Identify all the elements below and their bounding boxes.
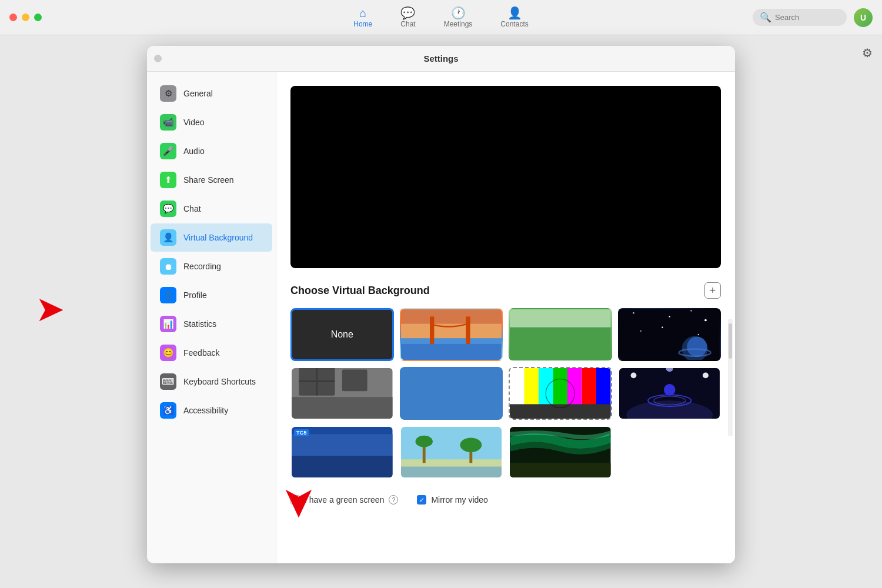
- scrollbar-thumb[interactable]: [729, 323, 732, 359]
- sidebar-item-general[interactable]: ⚙ General: [151, 79, 272, 108]
- svg-rect-4: [466, 316, 470, 345]
- sidebar-label-share-screen: Share Screen: [183, 175, 234, 185]
- gear-icon[interactable]: ⚙: [862, 46, 873, 60]
- sidebar-label-accessibility: Accessibility: [183, 406, 228, 415]
- bg-blue-solid[interactable]: [400, 367, 503, 420]
- sidebar-item-video[interactable]: 📹 Video: [151, 108, 272, 136]
- search-input[interactable]: [775, 13, 840, 22]
- sidebar-item-audio[interactable]: 🎤 Audio: [151, 137, 272, 165]
- settings-close-btn[interactable]: [154, 55, 162, 62]
- arrow-right-indicator: ➤: [35, 288, 65, 329]
- statistics-icon: 📊: [160, 316, 176, 332]
- sidebar-label-profile: Profile: [183, 290, 207, 300]
- sidebar-label-keyboard-shortcuts: Keyboard Shortcuts: [183, 377, 256, 386]
- tab-home-label: Home: [353, 20, 372, 28]
- section-header: Choose Virtual Background +: [290, 282, 721, 299]
- svg-point-12: [669, 316, 670, 317]
- bg-none-label: None: [331, 329, 353, 340]
- virtual-background-icon: 👤: [160, 229, 176, 246]
- svg-rect-7: [510, 309, 611, 328]
- home-icon: ⌂: [359, 7, 366, 19]
- svg-rect-34: [510, 404, 611, 419]
- sidebar-label-general: General: [183, 89, 213, 98]
- arrow-down-indicator: ➤: [276, 485, 324, 520]
- video-preview: [290, 86, 721, 268]
- sidebar-item-profile[interactable]: 👤 Profile: [151, 281, 272, 309]
- chat-icon: 💬: [400, 7, 415, 19]
- accessibility-icon: ♿: [160, 402, 176, 419]
- sidebar-label-virtual-background: Virtual Background: [183, 233, 253, 242]
- settings-titlebar: Settings: [147, 46, 735, 72]
- tab-meetings[interactable]: 🕐 Meetings: [430, 4, 487, 32]
- svg-rect-3: [430, 316, 434, 345]
- bg-studio[interactable]: [618, 367, 721, 420]
- search-bar[interactable]: 🔍: [753, 9, 847, 26]
- sidebar-item-statistics[interactable]: 📊 Statistics: [151, 310, 272, 338]
- sidebar-label-video: Video: [183, 118, 205, 127]
- svg-point-17: [697, 334, 699, 335]
- sidebar-item-virtual-background[interactable]: 👤 Virtual Background: [151, 223, 272, 252]
- recording-icon: ⏺: [160, 258, 176, 275]
- audio-icon: 🎤: [160, 143, 176, 159]
- svg-point-41: [630, 372, 636, 378]
- settings-content: Choose Virtual Background + None: [276, 72, 735, 563]
- settings-sidebar: ⚙ General 📹 Video 🎤 Audio ⬆ Share Screen…: [147, 72, 276, 563]
- settings-body: ⚙ General 📹 Video 🎤 Audio ⬆ Share Screen…: [147, 72, 735, 563]
- mirror-video-option: ✓ Mirror my video: [417, 495, 487, 505]
- share-screen-icon: ⬆: [160, 172, 176, 188]
- bg-test-card[interactable]: [509, 367, 612, 420]
- tab-home[interactable]: ⌂ Home: [339, 4, 386, 32]
- maximize-button[interactable]: [34, 14, 42, 21]
- keyboard-shortcuts-icon: ⌨: [160, 373, 176, 390]
- nav-tabs: ⌂ Home 💬 Chat 🕐 Meetings 👤 Contacts: [339, 4, 542, 32]
- sidebar-label-feedback: Feedback: [183, 348, 219, 358]
- svg-point-13: [690, 310, 691, 311]
- general-icon: ⚙: [160, 85, 176, 102]
- mirror-video-label: Mirror my video: [431, 495, 487, 505]
- avatar[interactable]: U: [854, 8, 873, 27]
- sidebar-item-keyboard-shortcuts[interactable]: ⌨ Keyboard Shortcuts: [151, 368, 272, 396]
- bg-concrete[interactable]: [290, 367, 394, 420]
- bg-grass[interactable]: [509, 308, 612, 361]
- bg-tg5-news[interactable]: TG5: [290, 426, 394, 479]
- traffic-lights: [9, 14, 42, 21]
- feedback-icon: 😊: [160, 345, 176, 361]
- svg-rect-53: [401, 467, 502, 478]
- tab-chat[interactable]: 💬 Chat: [386, 4, 429, 32]
- sidebar-item-chat[interactable]: 💬 Chat: [151, 195, 272, 223]
- titlebar-right: 🔍 U: [753, 8, 873, 27]
- contacts-icon: 👤: [507, 7, 522, 19]
- tab-meetings-label: Meetings: [444, 20, 473, 28]
- svg-rect-45: [292, 456, 393, 477]
- svg-point-19: [687, 337, 707, 357]
- section-title: Choose Virtual Background: [290, 285, 430, 297]
- background-grid: None: [290, 308, 721, 479]
- bg-none[interactable]: None: [290, 308, 394, 361]
- sidebar-item-recording[interactable]: ⏺ Recording: [151, 252, 272, 280]
- sidebar-label-recording: Recording: [183, 262, 221, 271]
- svg-rect-22: [292, 397, 393, 419]
- svg-point-40: [663, 384, 675, 396]
- svg-point-10: [633, 312, 634, 313]
- bg-space[interactable]: [618, 308, 721, 361]
- close-button[interactable]: [9, 14, 17, 21]
- add-background-button[interactable]: +: [704, 282, 721, 299]
- sidebar-label-audio: Audio: [183, 146, 205, 156]
- tab-contacts[interactable]: 👤 Contacts: [486, 4, 542, 32]
- mirror-video-checkbox[interactable]: ✓: [417, 495, 426, 505]
- sidebar-item-share-screen[interactable]: ⬆ Share Screen: [151, 166, 272, 194]
- tab-chat-label: Chat: [400, 20, 415, 28]
- sidebar-item-feedback[interactable]: 😊 Feedback: [151, 339, 272, 367]
- bg-beach[interactable]: [400, 426, 503, 479]
- green-screen-help-icon[interactable]: ?: [389, 495, 398, 505]
- footer-options: I have a green screen ? ✓ Mirror my vide…: [290, 490, 721, 505]
- bg-golden-gate[interactable]: [400, 308, 503, 361]
- bg-aurora[interactable]: [509, 426, 612, 479]
- svg-rect-46: [292, 434, 393, 456]
- sidebar-label-statistics: Statistics: [183, 319, 216, 329]
- sidebar-item-accessibility[interactable]: ♿ Accessibility: [151, 396, 272, 425]
- svg-rect-26: [342, 370, 368, 392]
- svg-rect-5: [401, 344, 502, 360]
- svg-point-15: [640, 330, 641, 332]
- minimize-button[interactable]: [22, 14, 29, 21]
